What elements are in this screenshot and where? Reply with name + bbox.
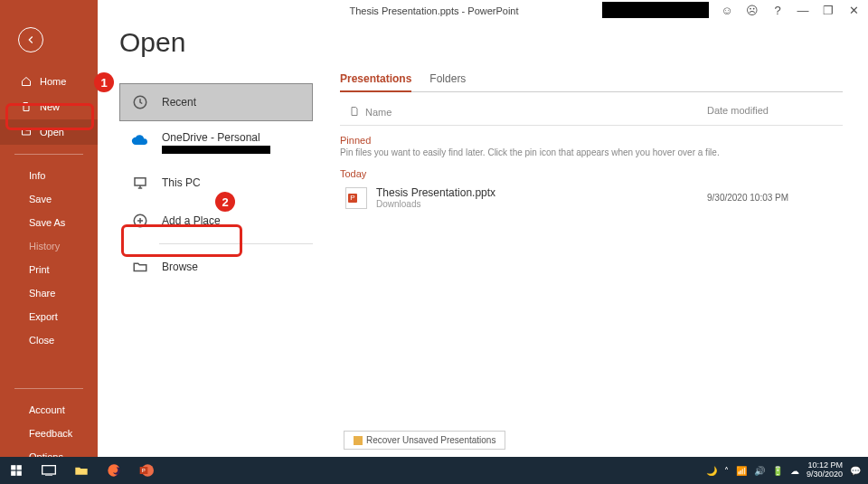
taskbar-clock[interactable]: 10:12 PM 9/30/2020 — [807, 461, 843, 479]
sidebar-item-history[interactable]: History — [0, 234, 98, 258]
maximize-button[interactable]: ❐ — [821, 3, 835, 17]
tray-cloud-icon[interactable]: ☁ — [790, 466, 799, 476]
location-label: This PC — [162, 176, 201, 189]
sidebar-label-new: New — [40, 101, 60, 112]
smiley-icon[interactable]: ☺ — [720, 3, 734, 17]
section-today: Today — [340, 168, 843, 179]
page-title: Open — [119, 27, 313, 58]
locations-panel: Open Recent OneDrive - Personal This PC … — [98, 0, 329, 457]
location-label: Add a Place — [162, 214, 221, 227]
svg-text:P: P — [142, 468, 146, 473]
file-row[interactable]: Thesis Presentation.pptx Downloads 9/30/… — [340, 181, 843, 214]
file-name: Thesis Presentation.pptx — [376, 186, 495, 199]
add-place-icon — [131, 212, 149, 230]
svg-rect-4 — [17, 465, 22, 470]
sidebar-item-feedback[interactable]: Feedback — [0, 422, 98, 445]
sidebar-item-account[interactable]: Account — [0, 398, 98, 422]
location-onedrive[interactable]: OneDrive - Personal — [119, 121, 313, 164]
location-label: OneDrive - Personal — [162, 131, 260, 144]
file-icon — [349, 105, 360, 119]
file-tabs: Presentations Folders — [340, 72, 843, 92]
minimize-button[interactable]: — — [796, 3, 810, 17]
svg-rect-6 — [17, 471, 22, 476]
onedrive-account-redacted — [162, 146, 270, 154]
location-thispc[interactable]: This PC — [119, 164, 313, 202]
sidebar-item-save[interactable]: Save — [0, 187, 98, 211]
help-icon[interactable]: ? — [770, 3, 785, 17]
title-bar: Thesis Presentation.ppts - PowerPoint ☺ … — [0, 0, 868, 22]
column-date[interactable]: Date modified — [707, 105, 843, 119]
window-title: Thesis Presentation.ppts - PowerPoint — [349, 5, 518, 16]
back-button[interactable] — [18, 27, 43, 52]
tray-volume-icon[interactable]: 🔊 — [754, 466, 765, 476]
sidebar-item-share[interactable]: Share — [0, 281, 98, 305]
sad-icon[interactable]: ☹ — [745, 3, 760, 17]
new-icon — [20, 100, 33, 113]
list-header: Name Date modified — [340, 103, 843, 126]
svg-rect-5 — [11, 471, 15, 476]
section-pinned: Pinned — [340, 135, 843, 146]
sidebar-item-print[interactable]: Print — [0, 258, 98, 281]
file-date: 9/30/2020 10:03 PM — [707, 193, 843, 203]
tab-folders[interactable]: Folders — [429, 72, 466, 91]
start-button[interactable] — [0, 457, 33, 484]
tab-presentations[interactable]: Presentations — [340, 72, 411, 92]
sidebar-label-home: Home — [40, 76, 66, 87]
location-addplace[interactable]: Add a Place — [119, 202, 313, 240]
location-divider — [159, 243, 313, 244]
file-location: Downloads — [376, 199, 495, 209]
svg-rect-7 — [42, 466, 56, 474]
column-name[interactable]: Name — [365, 107, 392, 118]
system-tray: 🌙 ˄ 📶 🔊 🔋 ☁ 10:12 PM 9/30/2020 💬 — [706, 461, 868, 479]
home-icon — [20, 75, 33, 88]
recover-icon — [354, 436, 363, 445]
sidebar-item-new[interactable]: New — [0, 94, 98, 119]
firefox-button[interactable] — [98, 457, 130, 484]
file-explorer-button[interactable] — [65, 457, 98, 484]
powerpoint-file-icon — [345, 187, 367, 209]
svg-rect-3 — [11, 465, 15, 470]
task-view-button[interactable] — [33, 457, 65, 484]
cloud-icon — [131, 131, 149, 149]
open-folder-icon — [20, 126, 33, 138]
backstage-sidebar: Home New Open Info Save Save As History … — [0, 0, 98, 457]
close-button[interactable]: ✕ — [846, 3, 861, 17]
tray-chevron-icon[interactable]: ˄ — [724, 466, 729, 476]
recover-unsaved-button[interactable]: Recover Unsaved Presentations — [344, 431, 505, 450]
sidebar-divider — [14, 388, 83, 389]
windows-taskbar: P 🌙 ˄ 📶 🔊 🔋 ☁ 10:12 PM 9/30/2020 💬 — [0, 457, 868, 484]
sidebar-label-open: Open — [40, 127, 64, 138]
sidebar-item-export[interactable]: Export — [0, 305, 98, 328]
tray-weather-icon[interactable]: 🌙 — [706, 466, 717, 476]
clock-icon — [131, 93, 149, 111]
sidebar-item-open[interactable]: Open — [0, 119, 98, 145]
location-browse[interactable]: Browse — [119, 248, 313, 286]
location-recent[interactable]: Recent — [119, 83, 313, 121]
tray-battery-icon[interactable]: 🔋 — [772, 466, 783, 476]
pinned-hint: Pin files you want to easily find later.… — [340, 147, 843, 157]
sidebar-item-home[interactable]: Home — [0, 69, 98, 94]
sidebar-divider — [14, 154, 83, 155]
pc-icon — [131, 174, 149, 192]
sidebar-item-saveas[interactable]: Save As — [0, 211, 98, 234]
sidebar-item-info[interactable]: Info — [0, 164, 98, 187]
folder-icon — [131, 258, 149, 276]
location-label: Browse — [162, 261, 198, 273]
account-redacted — [602, 2, 709, 18]
powerpoint-button[interactable]: P — [130, 457, 163, 484]
file-list-panel: Presentations Folders Name Date modified… — [329, 0, 868, 457]
tray-notifications-icon[interactable]: 💬 — [850, 466, 861, 476]
svg-rect-1 — [135, 178, 146, 185]
location-label: Recent — [162, 96, 196, 109]
tray-network-icon[interactable]: 📶 — [736, 466, 747, 476]
sidebar-item-close[interactable]: Close — [0, 328, 98, 352]
